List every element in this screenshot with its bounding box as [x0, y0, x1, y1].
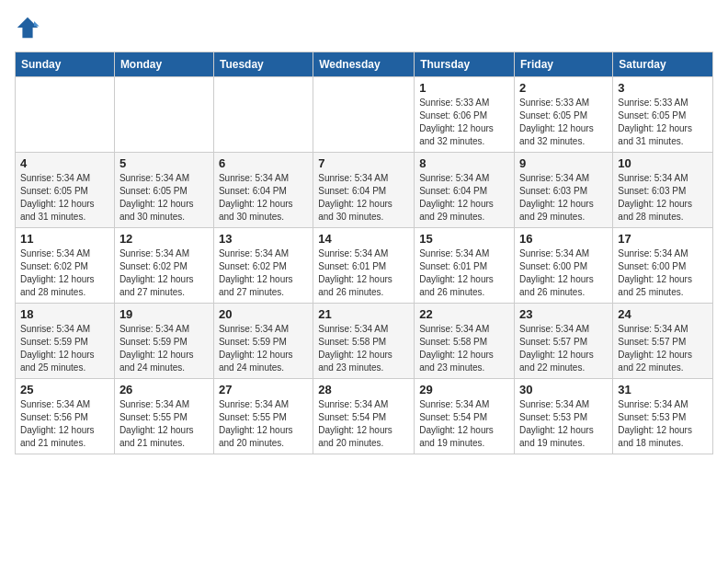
weekday-tuesday: Tuesday — [213, 52, 313, 77]
day-info: Sunrise: 5:33 AM Sunset: 6:05 PM Dayligh… — [618, 97, 708, 148]
day-number: 31 — [618, 383, 708, 396]
day-number: 26 — [119, 383, 209, 396]
svg-marker-0 — [17, 17, 38, 38]
day-cell: 24Sunrise: 5:34 AM Sunset: 5:57 PM Dayli… — [613, 304, 713, 379]
day-cell — [114, 77, 213, 153]
day-cell: 29Sunrise: 5:34 AM Sunset: 5:54 PM Dayli… — [415, 379, 515, 454]
day-number: 10 — [618, 156, 708, 170]
weekday-saturday: Saturday — [613, 52, 713, 77]
day-info: Sunrise: 5:34 AM Sunset: 5:53 PM Dayligh… — [519, 398, 608, 450]
day-cell: 28Sunrise: 5:34 AM Sunset: 5:54 PM Dayli… — [313, 379, 415, 454]
day-cell: 10Sunrise: 5:34 AM Sunset: 6:03 PM Dayli… — [613, 153, 713, 228]
weekday-sunday: Sunday — [16, 52, 115, 77]
day-info: Sunrise: 5:34 AM Sunset: 5:58 PM Dayligh… — [318, 323, 409, 374]
day-number: 27 — [219, 383, 308, 396]
week-row-1: 1Sunrise: 5:33 AM Sunset: 6:06 PM Daylig… — [16, 77, 713, 153]
day-cell: 8Sunrise: 5:34 AM Sunset: 6:04 PM Daylig… — [415, 153, 515, 228]
day-info: Sunrise: 5:34 AM Sunset: 6:00 PM Dayligh… — [519, 247, 608, 299]
day-cell: 15Sunrise: 5:34 AM Sunset: 6:01 PM Dayli… — [415, 228, 515, 304]
day-number: 28 — [318, 383, 409, 396]
day-cell: 12Sunrise: 5:34 AM Sunset: 6:02 PM Dayli… — [114, 228, 213, 304]
day-info: Sunrise: 5:34 AM Sunset: 5:54 PM Dayligh… — [318, 398, 409, 450]
day-info: Sunrise: 5:33 AM Sunset: 6:05 PM Dayligh… — [519, 97, 608, 148]
day-cell: 22Sunrise: 5:34 AM Sunset: 5:58 PM Dayli… — [415, 304, 515, 379]
day-number: 17 — [618, 232, 708, 246]
day-info: Sunrise: 5:34 AM Sunset: 5:55 PM Dayligh… — [219, 398, 308, 450]
logo — [15, 15, 44, 40]
day-info: Sunrise: 5:34 AM Sunset: 5:54 PM Dayligh… — [419, 398, 509, 450]
day-cell: 4Sunrise: 5:34 AM Sunset: 6:05 PM Daylig… — [16, 153, 115, 228]
weekday-friday: Friday — [515, 52, 613, 77]
day-number: 21 — [318, 307, 409, 321]
day-number: 20 — [219, 307, 308, 321]
day-cell — [16, 77, 115, 153]
day-info: Sunrise: 5:34 AM Sunset: 6:03 PM Dayligh… — [618, 172, 708, 224]
day-info: Sunrise: 5:34 AM Sunset: 6:00 PM Dayligh… — [618, 247, 708, 299]
day-info: Sunrise: 5:34 AM Sunset: 6:04 PM Dayligh… — [219, 172, 308, 224]
day-info: Sunrise: 5:34 AM Sunset: 6:02 PM Dayligh… — [20, 247, 109, 299]
day-info: Sunrise: 5:34 AM Sunset: 5:59 PM Dayligh… — [219, 323, 308, 374]
week-row-5: 25Sunrise: 5:34 AM Sunset: 5:56 PM Dayli… — [16, 379, 713, 454]
weekday-wednesday: Wednesday — [313, 52, 415, 77]
day-cell — [213, 77, 313, 153]
day-cell: 2Sunrise: 5:33 AM Sunset: 6:05 PM Daylig… — [515, 77, 613, 153]
weekday-header-row: SundayMondayTuesdayWednesdayThursdayFrid… — [16, 52, 713, 77]
day-cell: 17Sunrise: 5:34 AM Sunset: 6:00 PM Dayli… — [613, 228, 713, 304]
day-info: Sunrise: 5:34 AM Sunset: 6:02 PM Dayligh… — [219, 247, 308, 299]
day-info: Sunrise: 5:34 AM Sunset: 6:01 PM Dayligh… — [419, 247, 509, 299]
day-number: 25 — [20, 383, 109, 396]
day-info: Sunrise: 5:33 AM Sunset: 6:06 PM Dayligh… — [419, 97, 509, 148]
day-number: 14 — [318, 232, 409, 246]
day-info: Sunrise: 5:34 AM Sunset: 5:57 PM Dayligh… — [519, 323, 608, 374]
page-header — [15, 15, 713, 40]
day-number: 13 — [219, 232, 308, 246]
day-number: 3 — [618, 81, 708, 95]
day-info: Sunrise: 5:34 AM Sunset: 6:04 PM Dayligh… — [419, 172, 509, 224]
day-cell: 13Sunrise: 5:34 AM Sunset: 6:02 PM Dayli… — [213, 228, 313, 304]
calendar-body: 1Sunrise: 5:33 AM Sunset: 6:06 PM Daylig… — [16, 77, 713, 454]
day-info: Sunrise: 5:34 AM Sunset: 5:55 PM Dayligh… — [119, 398, 209, 450]
day-cell: 18Sunrise: 5:34 AM Sunset: 5:59 PM Dayli… — [16, 304, 115, 379]
day-info: Sunrise: 5:34 AM Sunset: 6:05 PM Dayligh… — [119, 172, 209, 224]
week-row-2: 4Sunrise: 5:34 AM Sunset: 6:05 PM Daylig… — [16, 153, 713, 228]
day-info: Sunrise: 5:34 AM Sunset: 5:59 PM Dayligh… — [20, 323, 109, 374]
day-number: 2 — [519, 81, 608, 95]
day-cell: 7Sunrise: 5:34 AM Sunset: 6:04 PM Daylig… — [313, 153, 415, 228]
day-cell: 27Sunrise: 5:34 AM Sunset: 5:55 PM Dayli… — [213, 379, 313, 454]
day-number: 8 — [419, 156, 509, 170]
day-cell: 6Sunrise: 5:34 AM Sunset: 6:04 PM Daylig… — [213, 153, 313, 228]
day-number: 7 — [318, 156, 409, 170]
day-number: 16 — [519, 232, 608, 246]
day-cell — [313, 77, 415, 153]
day-cell: 11Sunrise: 5:34 AM Sunset: 6:02 PM Dayli… — [16, 228, 115, 304]
day-cell: 16Sunrise: 5:34 AM Sunset: 6:00 PM Dayli… — [515, 228, 613, 304]
week-row-3: 11Sunrise: 5:34 AM Sunset: 6:02 PM Dayli… — [16, 228, 713, 304]
day-number: 19 — [119, 307, 209, 321]
day-info: Sunrise: 5:34 AM Sunset: 6:03 PM Dayligh… — [519, 172, 608, 224]
day-number: 15 — [419, 232, 509, 246]
day-cell: 20Sunrise: 5:34 AM Sunset: 5:59 PM Dayli… — [213, 304, 313, 379]
logo-icon — [15, 15, 40, 40]
day-number: 29 — [419, 383, 509, 396]
day-cell: 26Sunrise: 5:34 AM Sunset: 5:55 PM Dayli… — [114, 379, 213, 454]
day-number: 6 — [219, 156, 308, 170]
day-cell: 5Sunrise: 5:34 AM Sunset: 6:05 PM Daylig… — [114, 153, 213, 228]
day-cell: 30Sunrise: 5:34 AM Sunset: 5:53 PM Dayli… — [515, 379, 613, 454]
day-number: 5 — [119, 156, 209, 170]
day-info: Sunrise: 5:34 AM Sunset: 6:02 PM Dayligh… — [119, 247, 209, 299]
calendar-table: SundayMondayTuesdayWednesdayThursdayFrid… — [15, 52, 713, 454]
weekday-monday: Monday — [114, 52, 213, 77]
day-cell: 21Sunrise: 5:34 AM Sunset: 5:58 PM Dayli… — [313, 304, 415, 379]
day-info: Sunrise: 5:34 AM Sunset: 6:05 PM Dayligh… — [20, 172, 109, 224]
day-number: 24 — [618, 307, 708, 321]
day-cell: 23Sunrise: 5:34 AM Sunset: 5:57 PM Dayli… — [515, 304, 613, 379]
day-cell: 25Sunrise: 5:34 AM Sunset: 5:56 PM Dayli… — [16, 379, 115, 454]
day-number: 30 — [519, 383, 608, 396]
day-number: 18 — [20, 307, 109, 321]
day-info: Sunrise: 5:34 AM Sunset: 6:01 PM Dayligh… — [318, 247, 409, 299]
day-info: Sunrise: 5:34 AM Sunset: 5:53 PM Dayligh… — [618, 398, 708, 450]
day-info: Sunrise: 5:34 AM Sunset: 5:59 PM Dayligh… — [119, 323, 209, 374]
day-cell: 19Sunrise: 5:34 AM Sunset: 5:59 PM Dayli… — [114, 304, 213, 379]
day-info: Sunrise: 5:34 AM Sunset: 5:57 PM Dayligh… — [618, 323, 708, 374]
day-cell: 31Sunrise: 5:34 AM Sunset: 5:53 PM Dayli… — [613, 379, 713, 454]
